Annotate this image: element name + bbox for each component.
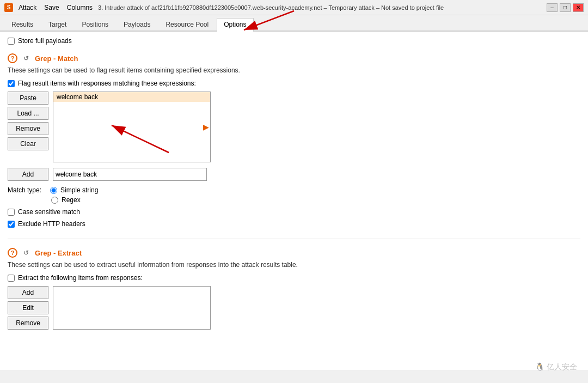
clear-button[interactable]: Clear: [8, 137, 48, 150]
grep-extract-reload-icon[interactable]: ↺: [22, 248, 30, 257]
grep-list-item[interactable]: welcome back: [53, 92, 210, 102]
grep-action-buttons: Paste Load ... Remove Clear: [8, 92, 48, 162]
grep-list-area: Paste Load ... Remove Clear welcome back…: [8, 92, 580, 162]
add-expression-input[interactable]: [53, 168, 207, 181]
tab-results[interactable]: Results: [4, 18, 40, 31]
menu-save[interactable]: Save: [42, 3, 61, 13]
grep-match-title: Grep - Match: [35, 54, 78, 63]
grep-extract-header: ? ↺ Grep - Extract: [8, 248, 580, 258]
section-divider: [8, 239, 580, 239]
flag-expressions-checkbox[interactable]: [8, 80, 15, 87]
window-controls: – □ ✕: [547, 3, 584, 12]
simple-string-radio[interactable]: [50, 187, 57, 194]
simple-string-radio-row: Simple string: [50, 186, 98, 194]
simple-string-label: Simple string: [60, 186, 98, 194]
close-button[interactable]: ✕: [573, 3, 584, 12]
flag-expressions-label: Flag result items with responses matchin…: [18, 80, 196, 87]
grep-expand-icon[interactable]: ▶: [203, 123, 209, 131]
grep-match-section: ? ↺ Grep - Match These settings can be u…: [8, 53, 580, 228]
regex-radio-row: Regex: [51, 196, 580, 204]
tab-options[interactable]: Options: [217, 18, 253, 32]
exclude-http-label: Exclude HTTP headers: [18, 220, 85, 228]
minimize-button[interactable]: –: [547, 3, 558, 12]
app-icon: S: [4, 3, 13, 12]
extract-list-area: Add Edit Remove: [8, 286, 580, 330]
extract-add-button[interactable]: Add: [8, 286, 48, 299]
extract-list-box[interactable]: [53, 286, 211, 330]
regex-label: Regex: [62, 196, 81, 204]
grep-match-header: ? ↺ Grep - Match: [8, 53, 580, 63]
add-expression-row: Add: [8, 168, 580, 181]
title-bar: S Attack Save Columns 3. Intruder attack…: [0, 0, 588, 15]
grep-extract-description: These settings can be used to extract us…: [8, 261, 580, 269]
extract-items-row: Extract the following items from respons…: [8, 274, 580, 282]
case-sensitive-checkbox[interactable]: [8, 209, 15, 216]
exclude-http-row: Exclude HTTP headers: [8, 220, 580, 228]
match-type-row: Match type: Simple string: [8, 186, 580, 194]
tab-payloads[interactable]: Payloads: [117, 18, 157, 31]
extract-items-label: Extract the following items from respons…: [18, 274, 143, 282]
add-expression-button[interactable]: Add: [8, 168, 48, 181]
regex-radio[interactable]: [51, 197, 58, 204]
window-title: 3. Intruder attack of acf21fb11fb9270880…: [98, 4, 444, 11]
menu-attack[interactable]: Attack: [16, 3, 39, 13]
load-button[interactable]: Load ...: [8, 107, 48, 120]
content-area: Store full payloads ? ↺ Grep - Match The…: [0, 32, 588, 370]
match-type-label: Match type:: [8, 186, 46, 194]
store-full-payloads-label: Store full payloads: [18, 37, 72, 45]
extract-buttons: Add Edit Remove: [8, 286, 48, 330]
flag-expressions-row: Flag result items with responses matchin…: [8, 80, 580, 87]
grep-match-help-icon[interactable]: ?: [8, 53, 17, 63]
tab-resource-pool[interactable]: Resource Pool: [158, 18, 216, 31]
store-full-payloads-checkbox[interactable]: [8, 38, 15, 45]
tab-target[interactable]: Target: [41, 18, 74, 31]
grep-match-reload-icon[interactable]: ↺: [22, 54, 30, 63]
grep-match-description: These settings can be used to flag resul…: [8, 66, 580, 74]
extract-items-checkbox[interactable]: [8, 275, 15, 282]
remove-button[interactable]: Remove: [8, 122, 48, 135]
grep-list-box[interactable]: welcome back ▶: [53, 92, 211, 162]
case-sensitive-label: Case sensitive match: [18, 208, 80, 216]
grep-extract-title: Grep - Extract: [35, 249, 82, 257]
tab-bar: Results Target Positions Payloads Resour…: [0, 15, 588, 32]
exclude-http-checkbox[interactable]: [8, 221, 15, 228]
menu-columns[interactable]: Columns: [65, 3, 95, 13]
store-full-payloads-row: Store full payloads: [8, 37, 580, 45]
tab-positions[interactable]: Positions: [75, 18, 115, 31]
grep-extract-help-icon[interactable]: ?: [8, 248, 17, 258]
extract-remove-button[interactable]: Remove: [8, 317, 48, 330]
maximize-button[interactable]: □: [560, 3, 571, 12]
grep-extract-section: ? ↺ Grep - Extract These settings can be…: [8, 248, 580, 330]
paste-button[interactable]: Paste: [8, 92, 48, 105]
case-sensitive-row: Case sensitive match: [8, 208, 580, 216]
extract-edit-button[interactable]: Edit: [8, 301, 48, 314]
